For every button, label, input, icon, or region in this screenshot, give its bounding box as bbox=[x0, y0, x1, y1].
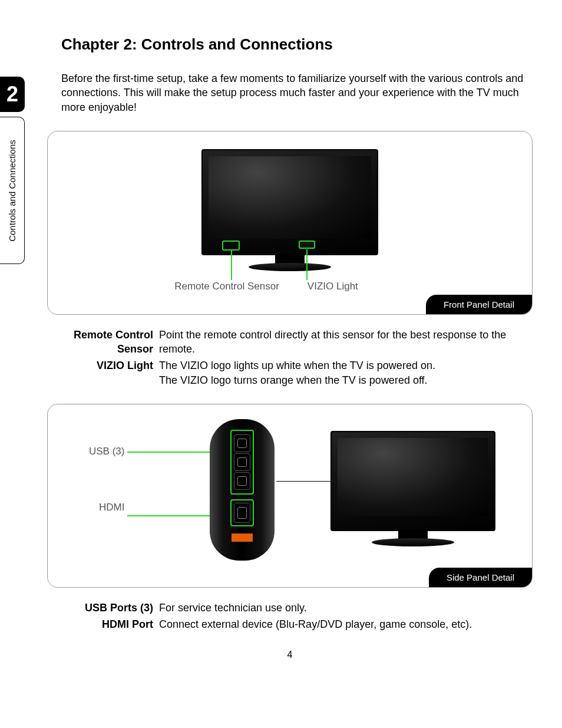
port-strip-illustration bbox=[210, 419, 275, 561]
front-definitions: Remote Control Sensor Point the remote c… bbox=[47, 328, 533, 387]
usb-ports-highlight-icon bbox=[230, 430, 254, 495]
side-label-hdmi: HDMI bbox=[89, 502, 124, 513]
side-label-usb: USB (3) bbox=[89, 446, 124, 457]
def-term: Remote Control Sensor bbox=[47, 328, 159, 357]
hdmi-tag-icon bbox=[232, 533, 253, 542]
side-panel-badge: Side Panel Detail bbox=[429, 568, 532, 587]
def-term: HDMI Port bbox=[47, 617, 159, 631]
front-label-light: VIZIO Light bbox=[308, 281, 358, 292]
side-definitions: USB Ports (3) For service technician use… bbox=[47, 601, 533, 632]
front-panel-badge: Front Panel Detail bbox=[426, 295, 532, 314]
front-panel-figure: Remote Control Sensor VIZIO Light Front … bbox=[47, 131, 533, 315]
tv-side-illustration bbox=[330, 431, 495, 543]
usb-port-icon bbox=[234, 472, 250, 490]
hdmi-port-highlight-icon bbox=[230, 499, 254, 526]
def-desc: The VIZIO logo lights up white when the … bbox=[159, 358, 533, 387]
def-term: VIZIO Light bbox=[47, 358, 159, 387]
chapter-title: Chapter 2: Controls and Connections bbox=[61, 35, 533, 54]
def-term: USB Ports (3) bbox=[47, 601, 159, 615]
usb-port-icon bbox=[234, 434, 250, 452]
hdmi-port-icon bbox=[234, 503, 250, 523]
front-label-sensor: Remote Control Sensor bbox=[174, 281, 279, 292]
side-panel-figure: USB (3) HDMI bbox=[47, 404, 533, 588]
def-desc: Connect external device (Blu-Ray/DVD pla… bbox=[159, 617, 533, 631]
intro-paragraph: Before the first-time setup, take a few … bbox=[61, 71, 533, 114]
usb-port-icon bbox=[234, 453, 250, 471]
page-number: 4 bbox=[47, 650, 533, 660]
vizio-light-highlight-icon bbox=[299, 241, 315, 249]
def-desc: Point the remote control directly at thi… bbox=[159, 328, 533, 357]
tv-front-illustration bbox=[201, 149, 378, 267]
sensor-highlight-icon bbox=[222, 241, 240, 251]
def-desc: For service technician use only. bbox=[159, 601, 533, 615]
